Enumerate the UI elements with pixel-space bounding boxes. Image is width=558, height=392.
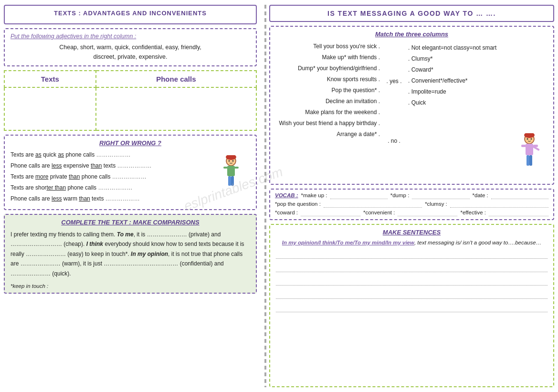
vocab-row3: *coward : *convenient : *effective : (275, 210, 548, 216)
vocab-effective: *effective : (460, 210, 486, 215)
match-right-col: . Not elegant=not classy=not smart . Clu… (407, 42, 547, 180)
vocab-makeup: *make up : (301, 192, 327, 198)
character-ror (217, 155, 245, 200)
vocab-row2: *pop the question : *clumsy : (275, 201, 548, 208)
right-title: IS TEXT MESSAGING A GOOD WAY TO … …. (269, 5, 554, 22)
right-column: IS TEXT MESSAGING A GOOD WAY TO … …. Mat… (269, 5, 554, 387)
match-section: Match the three columns Tell your boss y… (269, 26, 554, 185)
vocab-dump: *dump : (390, 192, 410, 198)
svg-rect-5 (231, 176, 234, 186)
match-left-3: Dump* your boyfriend/girlfriend . (276, 64, 381, 73)
ror-title: RIGHT OR WRONG ? (11, 139, 250, 147)
match-right-6: . Quick (407, 98, 547, 107)
complete-text-box: COMPLETE THE TEXT : MAKE COMPARISONS I p… (4, 214, 257, 294)
vocab-date: *date : (473, 192, 488, 198)
ror-row-3: Texts are more private than phone calls … (11, 172, 250, 181)
match-left-1: Tell your boss you're sick . (276, 42, 381, 51)
match-right-1: . Not elegant=not classy=not smart (407, 43, 547, 52)
svg-rect-17 (529, 155, 532, 166)
adjectives-text1: Cheap, short, warm, quick, confidential,… (59, 44, 201, 51)
adjectives-text2: discreet, private, expensive. (94, 53, 168, 60)
left-title-box: TEXTS : ADVANTAGES AND INCONVENIENTS (4, 5, 257, 24)
svg-point-8 (232, 160, 234, 162)
ror-row-2: Phone calls are less expensive than text… (11, 161, 250, 170)
match-left-9: Arrange a date* . (276, 129, 381, 139)
svg-rect-14 (521, 145, 526, 147)
vocab-makeup-line (330, 192, 388, 199)
left-column: TEXTS : ADVANTAGES AND INCONVENIENTS Put… (4, 5, 262, 387)
match-right-3: . Coward* (407, 65, 547, 74)
vocab-clumsy: *clumsy : (425, 201, 447, 207)
ror-row-5: Phone calls are less warm than texts ………… (11, 194, 250, 203)
ror-row-1: Texts are as quick as phone calls ……………… (11, 150, 250, 159)
match-right-2: . Clumsy* (407, 54, 547, 63)
vocab-popq-line (324, 201, 422, 208)
svg-point-12 (531, 138, 532, 140)
right-or-wrong-box: RIGHT OR WRONG ? Texts are as quick as p… (4, 135, 257, 210)
svg-rect-13 (526, 144, 533, 155)
vocab-convenient: *convenient : (363, 210, 395, 215)
match-left-2: Make up* with friends . (276, 53, 381, 62)
adjectives-box: Put the following adjectives in the righ… (4, 28, 257, 66)
vocab-content: VOCAB : *make up : *dump : *date : (275, 192, 548, 199)
vocab-dump-line (412, 192, 469, 199)
make-sentences-title: MAKE SENTENCES (276, 229, 547, 236)
match-left-4: Know sports results . (276, 74, 381, 84)
sentence-line-2[interactable] (276, 262, 547, 272)
match-right-5: . Impolite=rude (407, 87, 547, 96)
svg-point-7 (229, 160, 230, 162)
sentence-line-1[interactable] (276, 248, 547, 259)
make-sentences-box: MAKE SENTENCES In my opinion/I think/To … (269, 224, 554, 387)
table-col2-header: Phone calls (96, 71, 256, 87)
texts-phone-table: Texts Phone calls (4, 70, 257, 131)
adjectives-list: Cheap, short, warm, quick, confidential,… (11, 42, 250, 62)
table-col1-cell (4, 87, 96, 130)
vocab-box: VOCAB : *make up : *dump : *date : *pop … (269, 189, 554, 220)
left-title: TEXTS : ADVANTAGES AND INCONVENIENTS (11, 10, 250, 17)
table-col2-cell (96, 87, 256, 130)
page-divider (264, 5, 266, 387)
vocab-coward-line (301, 210, 360, 216)
svg-rect-2 (223, 167, 228, 169)
svg-rect-4 (228, 176, 231, 186)
match-left-7: Make plans for the weekend . (276, 107, 381, 117)
vocab-label: VOCAB : (275, 192, 298, 198)
vocab-convenient-line (398, 210, 457, 216)
ror-row-4: Texts are shorter than phone calls ……………… (11, 183, 250, 192)
vocab-effective-line (489, 210, 548, 216)
match-right-4: . Convenient*/effective* (407, 76, 547, 85)
match-left-6: Decline an invitation . (276, 96, 381, 106)
vocab-coward: *coward : (275, 210, 298, 215)
match-title: Match the three columns (276, 31, 547, 38)
match-mid-col: . yes . . no . (381, 42, 407, 180)
match-mid-no: . no . (388, 138, 400, 144)
character-match (514, 133, 545, 180)
sentence-line-5[interactable] (276, 302, 547, 312)
adjectives-instruction: Put the following adjectives in the righ… (11, 33, 250, 40)
svg-point-11 (527, 138, 528, 140)
match-left-5: Pop the question* . (276, 85, 381, 95)
table-col1-header: Texts (4, 71, 96, 87)
svg-rect-16 (526, 155, 529, 166)
sentence-line-4[interactable] (276, 288, 547, 299)
sentence-line-3[interactable] (276, 275, 547, 286)
match-mid-yes: . yes . (386, 78, 401, 85)
svg-rect-3 (234, 167, 239, 169)
vocab-date-line (491, 192, 548, 199)
vocab-clumsy-line (450, 201, 548, 208)
instruction-text: In my opinion/I think/To me/To my mind/I… (282, 240, 414, 245)
match-left-8: Wish your best friend a happy birthday . (276, 118, 381, 128)
vocab-popq: *pop the question : (275, 201, 321, 207)
complete-para: I prefer texting my friends to calling t… (11, 230, 250, 278)
make-sentences-instruction: In my opinion/I think/To me/To my mind/I… (276, 240, 547, 245)
svg-rect-1 (227, 166, 235, 176)
match-left-col: Tell your boss you're sick . Make up* wi… (276, 42, 381, 180)
footnote: *keep in touch : (11, 283, 250, 289)
complete-title: COMPLETE THE TEXT : MAKE COMPARISONS (11, 219, 250, 226)
